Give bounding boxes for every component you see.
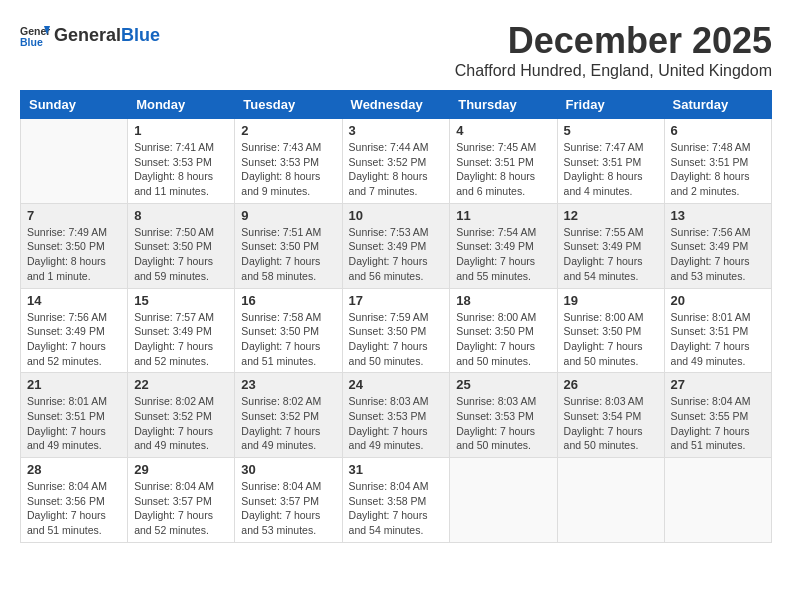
calendar-week-row: 7Sunrise: 7:49 AMSunset: 3:50 PMDaylight… — [21, 203, 772, 288]
day-info: Sunrise: 7:47 AMSunset: 3:51 PMDaylight:… — [564, 140, 658, 199]
calendar-cell: 24Sunrise: 8:03 AMSunset: 3:53 PMDayligh… — [342, 373, 450, 458]
day-info: Sunrise: 7:59 AMSunset: 3:50 PMDaylight:… — [349, 310, 444, 369]
col-wednesday: Wednesday — [342, 91, 450, 119]
calendar-cell: 7Sunrise: 7:49 AMSunset: 3:50 PMDaylight… — [21, 203, 128, 288]
col-tuesday: Tuesday — [235, 91, 342, 119]
calendar-cell: 28Sunrise: 8:04 AMSunset: 3:56 PMDayligh… — [21, 458, 128, 543]
calendar-cell — [21, 119, 128, 204]
day-info: Sunrise: 8:04 AMSunset: 3:55 PMDaylight:… — [671, 394, 765, 453]
day-number: 7 — [27, 208, 121, 223]
day-info: Sunrise: 7:50 AMSunset: 3:50 PMDaylight:… — [134, 225, 228, 284]
calendar-cell: 31Sunrise: 8:04 AMSunset: 3:58 PMDayligh… — [342, 458, 450, 543]
day-info: Sunrise: 8:03 AMSunset: 3:53 PMDaylight:… — [456, 394, 550, 453]
day-number: 5 — [564, 123, 658, 138]
month-title: December 2025 — [455, 20, 772, 62]
day-info: Sunrise: 7:48 AMSunset: 3:51 PMDaylight:… — [671, 140, 765, 199]
day-number: 23 — [241, 377, 335, 392]
day-info: Sunrise: 8:04 AMSunset: 3:57 PMDaylight:… — [134, 479, 228, 538]
day-info: Sunrise: 7:51 AMSunset: 3:50 PMDaylight:… — [241, 225, 335, 284]
calendar-week-row: 14Sunrise: 7:56 AMSunset: 3:49 PMDayligh… — [21, 288, 772, 373]
calendar-cell: 22Sunrise: 8:02 AMSunset: 3:52 PMDayligh… — [128, 373, 235, 458]
day-number: 19 — [564, 293, 658, 308]
day-info: Sunrise: 8:03 AMSunset: 3:54 PMDaylight:… — [564, 394, 658, 453]
calendar-cell: 16Sunrise: 7:58 AMSunset: 3:50 PMDayligh… — [235, 288, 342, 373]
calendar-cell: 11Sunrise: 7:54 AMSunset: 3:49 PMDayligh… — [450, 203, 557, 288]
day-number: 9 — [241, 208, 335, 223]
logo-blue: Blue — [121, 25, 160, 45]
calendar-cell — [557, 458, 664, 543]
day-info: Sunrise: 7:58 AMSunset: 3:50 PMDaylight:… — [241, 310, 335, 369]
day-number: 2 — [241, 123, 335, 138]
day-number: 8 — [134, 208, 228, 223]
logo-general: General — [54, 25, 121, 45]
calendar-week-row: 1Sunrise: 7:41 AMSunset: 3:53 PMDaylight… — [21, 119, 772, 204]
calendar-cell — [450, 458, 557, 543]
day-info: Sunrise: 8:02 AMSunset: 3:52 PMDaylight:… — [241, 394, 335, 453]
day-number: 24 — [349, 377, 444, 392]
calendar-week-row: 21Sunrise: 8:01 AMSunset: 3:51 PMDayligh… — [21, 373, 772, 458]
day-number: 16 — [241, 293, 335, 308]
calendar-cell: 2Sunrise: 7:43 AMSunset: 3:53 PMDaylight… — [235, 119, 342, 204]
title-block: December 2025 Chafford Hundred, England,… — [455, 20, 772, 80]
day-number: 28 — [27, 462, 121, 477]
day-number: 31 — [349, 462, 444, 477]
day-info: Sunrise: 7:49 AMSunset: 3:50 PMDaylight:… — [27, 225, 121, 284]
calendar-cell: 5Sunrise: 7:47 AMSunset: 3:51 PMDaylight… — [557, 119, 664, 204]
calendar-table: Sunday Monday Tuesday Wednesday Thursday… — [20, 90, 772, 543]
day-info: Sunrise: 8:00 AMSunset: 3:50 PMDaylight:… — [564, 310, 658, 369]
calendar-cell: 23Sunrise: 8:02 AMSunset: 3:52 PMDayligh… — [235, 373, 342, 458]
day-info: Sunrise: 8:03 AMSunset: 3:53 PMDaylight:… — [349, 394, 444, 453]
col-saturday: Saturday — [664, 91, 771, 119]
day-number: 14 — [27, 293, 121, 308]
day-number: 17 — [349, 293, 444, 308]
day-number: 26 — [564, 377, 658, 392]
calendar-cell: 20Sunrise: 8:01 AMSunset: 3:51 PMDayligh… — [664, 288, 771, 373]
calendar-cell: 29Sunrise: 8:04 AMSunset: 3:57 PMDayligh… — [128, 458, 235, 543]
day-number: 21 — [27, 377, 121, 392]
day-number: 10 — [349, 208, 444, 223]
location-title: Chafford Hundred, England, United Kingdo… — [455, 62, 772, 80]
calendar-cell: 19Sunrise: 8:00 AMSunset: 3:50 PMDayligh… — [557, 288, 664, 373]
calendar-cell: 3Sunrise: 7:44 AMSunset: 3:52 PMDaylight… — [342, 119, 450, 204]
col-friday: Friday — [557, 91, 664, 119]
day-info: Sunrise: 8:00 AMSunset: 3:50 PMDaylight:… — [456, 310, 550, 369]
day-number: 30 — [241, 462, 335, 477]
day-info: Sunrise: 7:41 AMSunset: 3:53 PMDaylight:… — [134, 140, 228, 199]
day-number: 1 — [134, 123, 228, 138]
calendar-cell: 14Sunrise: 7:56 AMSunset: 3:49 PMDayligh… — [21, 288, 128, 373]
calendar-header-row: Sunday Monday Tuesday Wednesday Thursday… — [21, 91, 772, 119]
calendar-cell: 9Sunrise: 7:51 AMSunset: 3:50 PMDaylight… — [235, 203, 342, 288]
day-info: Sunrise: 7:56 AMSunset: 3:49 PMDaylight:… — [671, 225, 765, 284]
calendar-cell: 10Sunrise: 7:53 AMSunset: 3:49 PMDayligh… — [342, 203, 450, 288]
day-info: Sunrise: 8:01 AMSunset: 3:51 PMDaylight:… — [671, 310, 765, 369]
calendar-cell: 12Sunrise: 7:55 AMSunset: 3:49 PMDayligh… — [557, 203, 664, 288]
day-info: Sunrise: 7:53 AMSunset: 3:49 PMDaylight:… — [349, 225, 444, 284]
calendar-cell: 21Sunrise: 8:01 AMSunset: 3:51 PMDayligh… — [21, 373, 128, 458]
day-number: 15 — [134, 293, 228, 308]
calendar-cell: 15Sunrise: 7:57 AMSunset: 3:49 PMDayligh… — [128, 288, 235, 373]
calendar-cell: 30Sunrise: 8:04 AMSunset: 3:57 PMDayligh… — [235, 458, 342, 543]
day-number: 12 — [564, 208, 658, 223]
day-info: Sunrise: 7:43 AMSunset: 3:53 PMDaylight:… — [241, 140, 335, 199]
day-info: Sunrise: 7:56 AMSunset: 3:49 PMDaylight:… — [27, 310, 121, 369]
day-number: 11 — [456, 208, 550, 223]
day-number: 20 — [671, 293, 765, 308]
day-number: 27 — [671, 377, 765, 392]
calendar-cell: 25Sunrise: 8:03 AMSunset: 3:53 PMDayligh… — [450, 373, 557, 458]
logo-text: GeneralBlue — [54, 25, 160, 46]
calendar-cell: 6Sunrise: 7:48 AMSunset: 3:51 PMDaylight… — [664, 119, 771, 204]
day-info: Sunrise: 8:04 AMSunset: 3:56 PMDaylight:… — [27, 479, 121, 538]
day-number: 22 — [134, 377, 228, 392]
calendar-cell: 27Sunrise: 8:04 AMSunset: 3:55 PMDayligh… — [664, 373, 771, 458]
day-info: Sunrise: 8:04 AMSunset: 3:57 PMDaylight:… — [241, 479, 335, 538]
page-header: General Blue GeneralBlue December 2025 C… — [20, 20, 772, 80]
col-sunday: Sunday — [21, 91, 128, 119]
day-info: Sunrise: 8:01 AMSunset: 3:51 PMDaylight:… — [27, 394, 121, 453]
col-monday: Monday — [128, 91, 235, 119]
logo: General Blue GeneralBlue — [20, 20, 160, 50]
day-number: 13 — [671, 208, 765, 223]
logo-icon: General Blue — [20, 20, 50, 50]
day-number: 29 — [134, 462, 228, 477]
day-number: 3 — [349, 123, 444, 138]
svg-text:Blue: Blue — [20, 36, 43, 48]
